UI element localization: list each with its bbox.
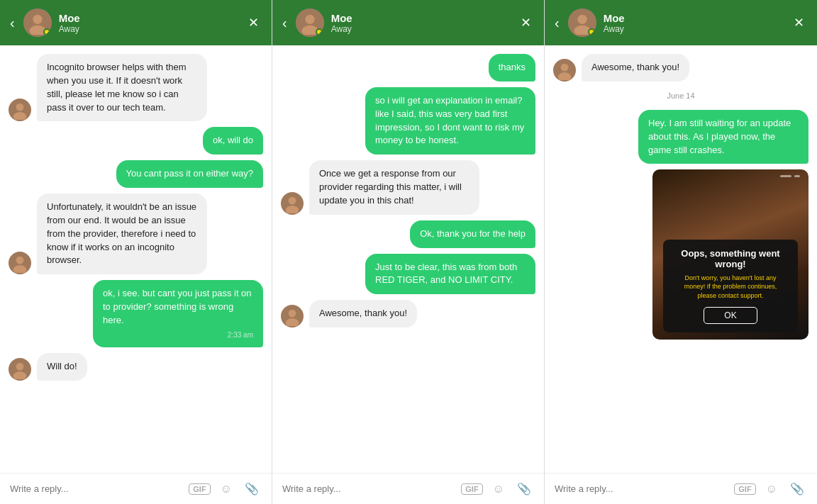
message-bubble: Will do!	[37, 353, 87, 381]
emoji-icon-3[interactable]: ☺	[763, 481, 780, 497]
msg-avatar	[281, 305, 304, 327]
message-bubble: ok, i see. but cant you just pass it on …	[93, 280, 263, 347]
chat-messages-1: Incognito browser helps with them when y…	[0, 45, 272, 473]
message-bubble: Just to be clear, this was from both RED…	[365, 254, 535, 295]
attachment-icon-1[interactable]: 📎	[242, 481, 262, 497]
close-button-3[interactable]: ✕	[791, 12, 807, 33]
message-bubble: Awesome, thank you!	[309, 300, 417, 327]
avatar-2	[296, 9, 324, 37]
header-info-3: Moe Away	[604, 12, 784, 34]
close-button-1[interactable]: ✕	[245, 12, 262, 33]
reply-input-2[interactable]	[282, 483, 454, 494]
chat-messages-3: Awesome, thank you! June 14 Hey. I am st…	[545, 45, 817, 473]
message-bubble: Ok, thank you for the help	[410, 220, 535, 248]
message-bubble: Hey. I am still waiting for an update ab…	[638, 110, 808, 164]
chat-footer-3: GIF ☺ 📎	[545, 473, 817, 504]
chat-header-2: ‹ Moe Away ✕	[272, 0, 544, 45]
header-info-2: Moe Away	[331, 12, 511, 34]
reply-input-1[interactable]	[10, 483, 182, 494]
message-row: Once we get a response from our provider…	[281, 160, 535, 215]
chat-footer-2: GIF ☺ 📎	[272, 473, 544, 504]
back-button-2[interactable]: ‹	[282, 15, 287, 31]
attachment-icon-2[interactable]: 📎	[514, 481, 534, 497]
message-row: ok, i see. but cant you just pass it on …	[9, 280, 263, 347]
status-dot-1	[43, 28, 50, 35]
message-bubble: so i will get an explanation in email? l…	[365, 87, 535, 155]
msg-avatar	[553, 59, 576, 82]
error-popup: Oops, something went wrong! Don't worry,…	[663, 240, 798, 333]
msg-avatar	[9, 252, 31, 274]
chat-panel-2: ‹ Moe Away ✕ thanks so i will get	[272, 0, 545, 504]
svg-point-3	[13, 112, 27, 120]
message-bubble: Once we get a response from our provider…	[309, 160, 479, 215]
svg-point-16	[561, 64, 569, 72]
message-row: Hey. I am still waiting for an update ab…	[553, 110, 808, 164]
message-bubble: Incognito browser helps with them when y…	[37, 54, 207, 121]
chat-panel-1: ‹ Moe Away ✕ Inco	[0, 0, 272, 504]
svg-point-7	[13, 371, 27, 379]
avatar-3	[568, 9, 596, 37]
message-row: Unfortunately, it wouldn't be an issue f…	[9, 194, 263, 274]
message-row: Awesome, thank you!	[281, 300, 535, 327]
back-button-3[interactable]: ‹	[555, 15, 560, 31]
svg-point-6	[16, 363, 24, 371]
message-row: ok, will do	[9, 127, 263, 155]
svg-point-14	[577, 15, 587, 24]
status-dot-2	[316, 28, 323, 35]
message-bubble: ok, will do	[203, 127, 263, 155]
msg-avatar	[281, 192, 304, 215]
chat-panel-3: ‹ Moe Away ✕ Awes	[545, 0, 817, 504]
message-row-screenshot: Oops, something went wrong! Don't worry,…	[553, 169, 808, 340]
error-sub: Don't worry, you haven't lost any money!…	[674, 274, 787, 301]
emoji-icon-1[interactable]: ☺	[218, 481, 235, 497]
svg-point-8	[305, 15, 314, 24]
gif-button-3[interactable]: GIF	[734, 483, 755, 495]
ok-button[interactable]: OK	[704, 307, 757, 324]
back-button-1[interactable]: ‹	[10, 15, 15, 31]
msg-avatar	[9, 99, 31, 121]
message-row: Incognito browser helps with them when y…	[9, 54, 263, 121]
message-timestamp: 2:33 am	[103, 330, 253, 341]
message-bubble: You cant pass it on either way?	[116, 160, 263, 188]
svg-point-4	[16, 257, 24, 264]
svg-point-11	[286, 206, 299, 213]
svg-point-17	[558, 72, 572, 80]
close-button-2[interactable]: ✕	[518, 12, 534, 33]
agent-name-2: Moe	[331, 12, 511, 24]
message-row: Ok, thank you for the help	[281, 220, 535, 248]
message-bubble: Unfortunately, it wouldn't be an issue f…	[37, 194, 207, 274]
header-info-1: Moe Away	[59, 12, 238, 34]
message-row: Just to be clear, this was from both RED…	[281, 254, 535, 295]
gif-button-2[interactable]: GIF	[461, 483, 482, 495]
message-row: Awesome, thank you!	[553, 54, 808, 82]
agent-status-2: Away	[331, 24, 511, 34]
message-row: You cant pass it on either way?	[9, 160, 263, 188]
status-dot-3	[588, 28, 595, 35]
screenshot-image: Oops, something went wrong! Don't worry,…	[652, 169, 808, 340]
message-row: Will do!	[9, 353, 263, 381]
error-title: Oops, something went wrong!	[674, 248, 787, 269]
svg-point-12	[289, 310, 296, 318]
attachment-icon-3[interactable]: 📎	[787, 481, 807, 497]
agent-name-3: Moe	[604, 12, 784, 24]
avatar-1	[23, 9, 52, 37]
chat-footer-1: GIF ☺ 📎	[0, 473, 272, 504]
chat-header-3: ‹ Moe Away ✕	[545, 0, 817, 45]
msg-avatar	[9, 358, 31, 381]
date-divider: June 14	[553, 91, 808, 100]
message-row: thanks	[281, 54, 535, 82]
message-row: so i will get an explanation in email? l…	[281, 87, 535, 155]
agent-status-3: Away	[604, 24, 784, 34]
reply-input-3[interactable]	[555, 483, 727, 494]
emoji-icon-2[interactable]: ☺	[490, 481, 507, 497]
message-bubble: Awesome, thank you!	[582, 54, 689, 82]
agent-status-1: Away	[59, 24, 238, 34]
agent-name-1: Moe	[59, 12, 238, 24]
message-bubble: thanks	[489, 54, 535, 82]
phone-notch	[780, 175, 800, 177]
gif-button-1[interactable]: GIF	[189, 483, 210, 495]
chat-header-1: ‹ Moe Away ✕	[0, 0, 272, 45]
svg-point-13	[286, 318, 299, 326]
chat-messages-2: thanks so i will get an explanation in e…	[272, 45, 544, 473]
svg-point-0	[33, 15, 42, 24]
